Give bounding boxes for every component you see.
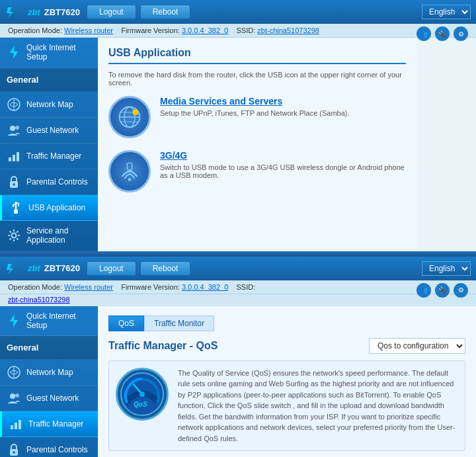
qos-header-row: Traffic Manager - QoS Qos to configurati… [108, 338, 465, 354]
sidebar-item-network-map[interactable]: Network Map [0, 92, 98, 118]
svg-rect-42 [11, 425, 13, 429]
svg-line-25 [10, 238, 11, 239]
svg-point-46 [13, 451, 15, 454]
3g4g-text: 3G/4G Switch to USB mode to use a 3G/4G … [160, 150, 406, 179]
language-selector[interactable]: English [422, 5, 471, 19]
bottom-map-icon [7, 365, 21, 380]
bottom-ssid-label: SSID: [237, 283, 256, 291]
bottom-header-icons: 👥 🔌 ⚙ [416, 283, 468, 298]
svg-rect-7 [13, 155, 15, 161]
3g4g-title[interactable]: 3G/4G [160, 150, 406, 161]
qos-logo-icon: QoS [116, 368, 169, 421]
qos-config-dropdown[interactable]: Qos to configuration [369, 338, 465, 354]
map-icon [7, 97, 21, 112]
qos-section-title: Traffic Manager - QoS [108, 340, 218, 352]
reboot-button[interactable]: Reboot [140, 5, 191, 19]
header-buttons: Logout Reboot [87, 5, 422, 19]
traffic-icon [7, 149, 21, 163]
bottom-network-map-label: Network Map [26, 368, 73, 377]
bottom-panel: zbt ZBT7620 Logout Reboot English Operat… [0, 257, 476, 457]
traffic-manager-label: Traffic Manager [26, 151, 81, 161]
3g4g-desc: Switch to USB mode to use a 3G/4G USB wi… [160, 163, 406, 179]
logo-model-text: ZBT7620 [44, 7, 80, 17]
general-label: General [7, 75, 38, 85]
bottom-sidebar-item-parental-controls[interactable]: Parental Controls [0, 437, 98, 457]
bottom-sidebar-item-network-map[interactable]: Network Map [0, 360, 98, 386]
svg-rect-44 [19, 420, 21, 429]
sidebar-item-usb-application[interactable]: USB Application [0, 195, 98, 221]
bottom-general-label: General [7, 343, 38, 353]
usb-description: To remove the hard disk from the router,… [108, 71, 406, 87]
service-and-application-label: Service and Application [26, 226, 91, 245]
logo-area: zbt ZBT7620 [5, 5, 80, 19]
bottom-logo-model-text: ZBT7620 [44, 263, 80, 273]
sidebar-item-quick-internet-setup[interactable]: Quick Internet Setup [0, 38, 98, 68]
ssid-value[interactable]: zbt-china51073298 [257, 26, 319, 34]
bottom-sidebar-item-quick-internet-setup[interactable]: Quick Internet Setup [0, 306, 98, 337]
bottom-logo-area: zbt ZBT7620 [5, 261, 80, 276]
svg-point-4 [10, 126, 15, 131]
media-services-title[interactable]: Media Services and Servers [160, 96, 350, 106]
bottom-sidebar-item-traffic-manager[interactable]: Traffic Manager [0, 411, 98, 437]
svg-point-10 [13, 183, 15, 186]
bottom-guest-icon [7, 391, 21, 405]
logout-button[interactable]: Logout [87, 5, 136, 19]
bottom-traffic-manager-label: Traffic Manager [28, 419, 83, 429]
tab-traffic-monitor[interactable]: Traffic Monitor [144, 315, 214, 331]
bottom-quick-internet-setup-label: Quick Internet Setup [26, 312, 91, 331]
bottom-header: zbt ZBT7620 Logout Reboot English [0, 257, 476, 280]
header-icons: 👥 🔌 ⚙ [416, 26, 468, 41]
bottom-lightning-icon [7, 313, 21, 328]
bottom-logo-zbt-text: zbt [28, 263, 40, 273]
media-services-desc: Setup the UPnP, iTunes, FTP and Network … [160, 109, 350, 117]
bottom-operation-mode-value[interactable]: Wireless router [64, 283, 113, 291]
globe-icon: ♪ [118, 105, 141, 129]
logo-zbt-text: zbt [28, 7, 40, 17]
bottom-ssid-value[interactable]: zbt-china51073298 [8, 296, 70, 304]
bottom-firmware-value[interactable]: 3.0.0.4_382_0 [182, 283, 228, 291]
bottom-users-icon: 👥 [416, 283, 431, 298]
bottom-sidebar-item-guest-network[interactable]: Guest Network [0, 386, 98, 411]
operation-mode-value[interactable]: Wireless router [64, 26, 113, 34]
svg-point-5 [15, 126, 19, 130]
lock-icon [7, 175, 21, 189]
top-panel: zbt ZBT7620 Logout Reboot English Operat… [0, 0, 476, 251]
bottom-info-bar: Operation Mode: Wireless router Firmware… [0, 280, 476, 294]
parental-controls-label: Parental Controls [26, 177, 88, 187]
svg-marker-1 [10, 46, 18, 59]
firmware-value[interactable]: 3.0.0.4_382_0 [182, 26, 228, 34]
top-main-layout: Quick Internet Setup General Network Map… [0, 38, 416, 251]
media-services-item: ♪ Media Services and Servers Setup the U… [108, 96, 406, 138]
bottom-language-selector[interactable]: English [422, 261, 471, 276]
guest-network-label: Guest Network [26, 126, 79, 135]
bottom-logout-button[interactable]: Logout [87, 261, 136, 276]
bottom-header-buttons: Logout Reboot [87, 261, 422, 276]
bottom-operation-mode-label: Operation Mode: [8, 283, 64, 291]
bottom-main-layout: Quick Internet Setup General Network Map… [0, 306, 476, 457]
tab-qos[interactable]: QoS [108, 315, 144, 331]
sidebar-item-guest-network[interactable]: Guest Network [0, 118, 98, 144]
svg-point-33 [128, 178, 132, 181]
qos-description-text: The Quality of Service (QoS) ensures the… [178, 368, 458, 444]
bottom-parental-controls-label: Parental Controls [26, 445, 88, 454]
usb-section-title: USB Application [108, 47, 406, 64]
svg-line-24 [17, 231, 18, 233]
wireless-icon [118, 159, 141, 183]
bottom-zbt-logo-icon [5, 261, 24, 276]
3g4g-item: 3G/4G Switch to USB mode to use a 3G/4G … [108, 150, 406, 192]
qos-description-area: QoS The Quality of Service (QoS) ensures… [108, 360, 465, 452]
gear-icon [7, 228, 21, 243]
qos-dial-icon: QoS [119, 371, 165, 417]
bottom-language-dropdown[interactable]: English [422, 261, 471, 276]
svg-line-22 [10, 231, 11, 233]
users-icon: 👥 [416, 26, 431, 41]
sidebar-item-traffic-manager[interactable]: Traffic Manager [0, 144, 98, 169]
bottom-settings-icon: ⚙ [454, 283, 468, 298]
language-dropdown[interactable]: English [422, 5, 471, 19]
quick-internet-setup-label: Quick Internet Setup [26, 43, 91, 62]
sidebar-item-service-and-application[interactable]: Service and Application [0, 221, 98, 251]
sidebar-item-parental-controls[interactable]: Parental Controls [0, 169, 98, 195]
ssid-label: SSID: [237, 26, 258, 34]
svg-rect-34 [127, 163, 132, 170]
bottom-reboot-button[interactable]: Reboot [140, 261, 191, 276]
